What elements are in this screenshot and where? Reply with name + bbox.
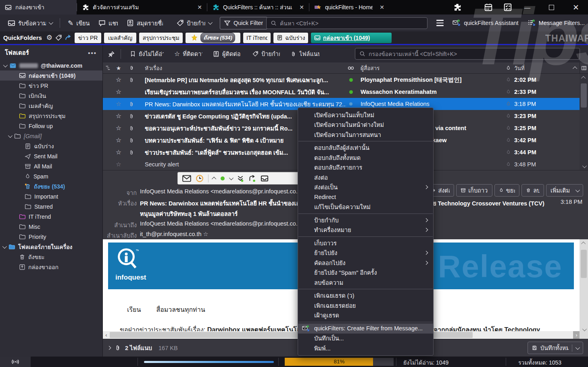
folder-item[interactable]: Important: [0, 191, 102, 201]
row-junk-icon[interactable]: [502, 113, 514, 119]
junk-button[interactable]: ขยะ: [494, 184, 519, 197]
more-button[interactable]: เพิ่มเติม: [546, 184, 583, 197]
message-row[interactable]: ☆เรียนเชิญร่วมชมภาพยนตร์รอบสื่อมวลชน เรื…: [103, 86, 588, 98]
junk-column-icon[interactable]: [502, 65, 514, 71]
row-junk-icon[interactable]: [502, 77, 514, 83]
folder-pane-menu-icon[interactable]: •••: [88, 50, 97, 56]
msgnav-clock-icon[interactable]: [196, 174, 204, 182]
row-star-icon[interactable]: ☆: [113, 161, 125, 168]
cc-value[interactable]: InfoQuest Media Relations <mediarelation…: [140, 220, 306, 227]
quickfolder-recent-tab[interactable]: ถังขยะ (534): [186, 33, 240, 43]
quickfolder-tab[interactable]: เมลสำคัญ: [104, 33, 136, 43]
message-list-scrollbar[interactable]: [580, 74, 588, 170]
write-button[interactable]: ✎ เขียน: [64, 16, 93, 30]
context-menu-item[interactable]: เฝ้าดูเธรด: [298, 311, 433, 321]
context-menu-item[interactable]: ส่งต่อเป็น: [298, 182, 433, 193]
network-status-button[interactable]: [0, 357, 31, 367]
correspondents-column-icon[interactable]: [346, 66, 356, 70]
archive-button[interactable]: เก็บถาวร: [456, 184, 492, 197]
folder-item[interactable]: ถังขยะ (534): [0, 181, 102, 191]
folder-item[interactable]: Spam: [0, 171, 102, 181]
account-row[interactable]: @thaiware.com: [0, 60, 102, 70]
folder-item[interactable]: เมลสำคัญ: [0, 101, 102, 111]
delete-button[interactable]: ลบ: [521, 184, 544, 197]
hscroll-left-arrow[interactable]: ‹: [103, 331, 110, 339]
context-menu-item[interactable]: ตอบกลับถึงทั้งหมด: [298, 153, 433, 163]
chat-button[interactable]: แชท: [95, 16, 121, 30]
tab-1[interactable]: ตัวจัดการส่วนเสริม✕: [77, 0, 207, 15]
folder-item[interactable]: ถังขยะ: [0, 252, 102, 262]
attachment-expander-icon[interactable]: [107, 346, 111, 350]
row-junk-icon[interactable]: [502, 137, 514, 143]
tab-2[interactable]: QuickFilters :: ค้นหา :: ส่วนเสริ✕: [207, 0, 309, 15]
from-value[interactable]: InfoQuest Media Relations <mediarelation…: [140, 188, 306, 195]
folder-item[interactable]: กล่องขาเข้า (1049): [0, 70, 102, 81]
msgnav-double-down-icon[interactable]: [237, 175, 244, 182]
context-menu-item[interactable]: เพิกเฉยเธรดย่อย: [298, 301, 433, 311]
context-menu-item[interactable]: เปิดข้อความในแท็บใหม่: [298, 110, 433, 120]
row-junk-icon[interactable]: [502, 162, 514, 167]
quickfolders-settings-icon[interactable]: ⚙: [46, 33, 52, 42]
context-menu-item[interactable]: ย้ายไปยัง: [298, 248, 433, 258]
message-row[interactable]: ☆[Netmarble PR] เกม Netmarble ลดสูงสุด 5…: [103, 74, 588, 86]
context-menu-item[interactable]: แก้ไขเป็นข้อความใหม่: [298, 202, 433, 212]
msgnav-unread-dot[interactable]: [221, 176, 225, 180]
context-menu-item[interactable]: เปิดข้อความในการสนทนา: [298, 130, 433, 140]
folder-item[interactable]: Follow up: [0, 121, 102, 131]
context-menu-item[interactable]: Redirect: [298, 192, 433, 202]
folder-item[interactable]: Sent Mail: [0, 151, 102, 161]
star-column-icon[interactable]: ★: [113, 65, 125, 71]
tasks-icon[interactable]: [503, 3, 512, 12]
quickfolder-tab[interactable]: ฉบับร่าง: [273, 33, 308, 43]
filter-button-4[interactable]: ไฟล์แนบ: [287, 48, 323, 60]
folder-item[interactable]: Misc: [0, 222, 102, 232]
correspondents-column-header[interactable]: ผู้สื่อสาร: [356, 64, 502, 73]
folder-item[interactable]: IT iTrend: [0, 211, 102, 222]
row-star-icon[interactable]: ☆: [113, 112, 125, 120]
folder-item[interactable]: ข่าว PR: [0, 81, 102, 91]
quickfolders-jump-icon[interactable]: [65, 34, 72, 41]
addon-puzzle-icon[interactable]: [453, 3, 462, 12]
msgnav-redirect-icon[interactable]: [248, 175, 256, 182]
row-star-icon[interactable]: ☆: [113, 137, 125, 144]
msgnav-envelope-icon[interactable]: [182, 175, 191, 182]
thread-column-icon[interactable]: [103, 65, 113, 70]
row-star-icon[interactable]: ☆: [113, 76, 125, 83]
filter-button-1[interactable]: ☆ที่ติดดาว: [171, 48, 206, 60]
context-menu-item[interactable]: เปิดข้อความในหน้าต่างใหม่: [298, 120, 433, 130]
folder-item[interactable]: [Gmail]: [0, 131, 102, 141]
folder-item[interactable]: ฉบับร่าง: [0, 141, 102, 151]
get-messages-dropdown-icon[interactable]: [49, 20, 53, 25]
pin-icon[interactable]: [108, 50, 115, 58]
calendar-icon[interactable]: [484, 3, 493, 12]
hscroll-right-arrow[interactable]: ›: [573, 331, 580, 339]
context-menu-item[interactable]: ย้ายไปยัง "Spam" อีกครั้ง: [298, 268, 433, 278]
body-vertical-scrollbar[interactable]: [580, 239, 588, 339]
tab-3[interactable]: quickFilters - Home✕: [309, 0, 389, 15]
context-menu-item[interactable]: ตอบกลับถึงรายการ: [298, 163, 433, 173]
filter-messages-input[interactable]: กรองข้อความเหล่านี้ <Ctrl+Shift+K>: [355, 48, 580, 60]
bcc-value[interactable]: it_th@pr.infoquest.co.th ☆: [140, 231, 209, 237]
folder-item[interactable]: Starred: [0, 201, 102, 211]
row-junk-icon[interactable]: [502, 125, 514, 131]
attachment-count[interactable]: 2 ไฟล์แนบ: [125, 343, 152, 352]
filter-button-3[interactable]: ป้ายกำกับ: [249, 48, 283, 60]
context-menu-item[interactable]: คัดลอกไปยัง: [298, 258, 433, 268]
context-menu-item[interactable]: บันทึกเป็น...: [298, 334, 433, 344]
folder-item[interactable]: กล่องขาออก: [0, 262, 102, 272]
address-book-button[interactable]: สมุดรายชื่อ: [123, 16, 167, 30]
context-menu-item[interactable]: quickFilters: Create Filter from Message…: [298, 323, 433, 334]
row-star-icon[interactable]: ☆: [113, 124, 125, 132]
date-column-header[interactable]: วันที่: [514, 64, 580, 73]
quickfolder-current-tab[interactable]: กล่องขาเข้า (1049): [311, 33, 392, 43]
filter-button-0[interactable]: ยังไม่ได้อ่าน: [127, 48, 167, 60]
tab-close-icon[interactable]: ✕: [379, 4, 384, 10]
msgnav-inbox-icon[interactable]: [260, 174, 269, 182]
minimize-button[interactable]: —: [524, 4, 530, 11]
quickfolders-tag-icon[interactable]: [55, 34, 62, 41]
global-search-input[interactable]: ค้นหา <Ctrl+K>: [266, 17, 427, 29]
quickfolder-tab[interactable]: ข่าว PR: [75, 33, 101, 43]
quick-filter-button[interactable]: Quick Filter: [220, 17, 267, 29]
row-star-icon[interactable]: ☆: [113, 149, 125, 156]
row-star-icon[interactable]: ☆: [113, 100, 125, 108]
